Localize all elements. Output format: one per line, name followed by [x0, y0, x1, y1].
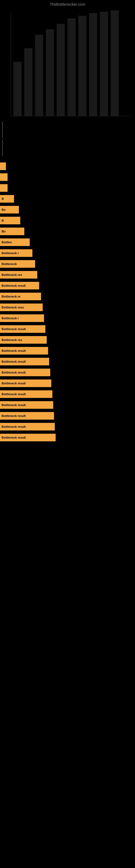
result-item-14: Bottleneck resu	[0, 302, 135, 312]
result-label-18: Bottleneck result	[2, 349, 26, 352]
result-item-18: Bottleneck result	[0, 346, 135, 356]
result-bar-23: Bottleneck result	[0, 401, 53, 409]
result-label-11: Bottleneck res	[2, 273, 22, 276]
result-item-19: Bottleneck result	[0, 356, 135, 367]
result-item-25: Bottleneck result	[0, 422, 135, 432]
svg-rect-11	[100, 12, 108, 116]
svg-rect-5	[35, 35, 43, 116]
results-container: BBoBBoBottlenBottleneck rBottleneckBottl…	[0, 161, 135, 443]
result-item-12: Bottleneck result	[0, 280, 135, 291]
svg-rect-6	[46, 29, 54, 116]
result-label-4: B	[2, 197, 4, 200]
result-label-19: Bottleneck result	[2, 360, 26, 363]
result-item-5: Bo	[0, 205, 135, 215]
result-label-5: Bo	[2, 208, 6, 211]
vertical-indicator-2	[2, 140, 3, 156]
vertical-indicator-1	[2, 122, 3, 138]
result-item-15: Bottleneck r	[0, 313, 135, 323]
result-label-25: Bottleneck result	[2, 425, 26, 428]
result-bar-22: Bottleneck result	[0, 390, 52, 398]
result-label-9: Bottleneck r	[2, 251, 19, 255]
result-item-6: B	[0, 215, 135, 226]
result-bar-3	[0, 184, 8, 192]
result-label-22: Bottleneck result	[2, 393, 26, 396]
result-bar-5: Bo	[0, 206, 19, 214]
result-item-8: Bottlen	[0, 237, 135, 247]
result-item-23: Bottleneck result	[0, 400, 135, 410]
result-bar-7: Bo	[0, 227, 24, 235]
result-item-17: Bottleneck res	[0, 335, 135, 345]
result-item-1	[0, 161, 135, 172]
result-label-14: Bottleneck resu	[2, 306, 24, 309]
result-item-21: Bottleneck result	[0, 378, 135, 389]
result-bar-21: Bottleneck result	[0, 379, 51, 387]
result-label-21: Bottleneck result	[2, 382, 26, 385]
site-title: TheBottlenecker.com	[0, 0, 135, 8]
result-label-23: Bottleneck result	[2, 403, 26, 407]
result-label-8: Bottlen	[2, 241, 12, 244]
result-bar-9: Bottleneck r	[0, 249, 32, 257]
result-item-7: Bo	[0, 226, 135, 237]
result-item-16: Bottleneck result	[0, 324, 135, 334]
result-bar-11: Bottleneck res	[0, 271, 37, 279]
result-bar-16: Bottleneck result	[0, 325, 45, 333]
result-bar-18: Bottleneck result	[0, 347, 48, 354]
result-item-26: Bottleneck result	[0, 432, 135, 443]
result-label-24: Bottleneck result	[2, 414, 26, 417]
result-bar-4: B	[0, 195, 14, 203]
result-label-26: Bottleneck result	[2, 436, 26, 439]
svg-rect-4	[24, 48, 32, 116]
result-label-15: Bottleneck r	[2, 316, 19, 320]
result-label-20: Bottleneck result	[2, 371, 26, 374]
result-label-13: Bottleneck re	[2, 295, 20, 298]
result-item-22: Bottleneck result	[0, 389, 135, 399]
result-item-3	[0, 183, 135, 193]
result-label-16: Bottleneck result	[2, 328, 26, 331]
result-bar-26: Bottleneck result	[0, 434, 56, 441]
result-bar-1	[0, 162, 6, 170]
result-bar-13: Bottleneck re	[0, 293, 41, 300]
result-item-11: Bottleneck res	[0, 270, 135, 280]
result-label-6: B	[2, 219, 4, 222]
result-bar-10: Bottleneck	[0, 260, 35, 268]
result-item-10: Bottleneck	[0, 259, 135, 269]
result-bar-12: Bottleneck result	[0, 282, 39, 289]
result-item-4: B	[0, 194, 135, 204]
svg-rect-8	[68, 19, 76, 116]
svg-rect-9	[78, 16, 86, 116]
result-bar-2	[0, 173, 8, 181]
result-bar-24: Bottleneck result	[0, 412, 54, 420]
result-bar-15: Bottleneck r	[0, 314, 44, 322]
result-bar-6: B	[0, 217, 20, 224]
result-label-12: Bottleneck result	[2, 284, 26, 287]
chart-area	[0, 8, 135, 122]
result-item-24: Bottleneck result	[0, 411, 135, 421]
result-item-9: Bottleneck r	[0, 248, 135, 258]
result-item-20: Bottleneck result	[0, 367, 135, 378]
result-label-10: Bottleneck	[2, 262, 17, 266]
svg-rect-12	[111, 10, 119, 116]
result-label-7: Bo	[2, 230, 6, 233]
result-bar-20: Bottleneck result	[0, 369, 50, 376]
svg-rect-3	[13, 62, 21, 116]
result-bar-19: Bottleneck result	[0, 358, 49, 365]
svg-rect-10	[89, 13, 97, 116]
result-bar-14: Bottleneck resu	[0, 304, 43, 311]
svg-rect-7	[57, 24, 65, 116]
result-bar-25: Bottleneck result	[0, 423, 55, 431]
result-label-17: Bottleneck res	[2, 338, 22, 341]
result-item-13: Bottleneck re	[0, 291, 135, 302]
result-bar-8: Bottlen	[0, 239, 30, 246]
result-item-2	[0, 172, 135, 182]
result-bar-17: Bottleneck res	[0, 336, 47, 344]
